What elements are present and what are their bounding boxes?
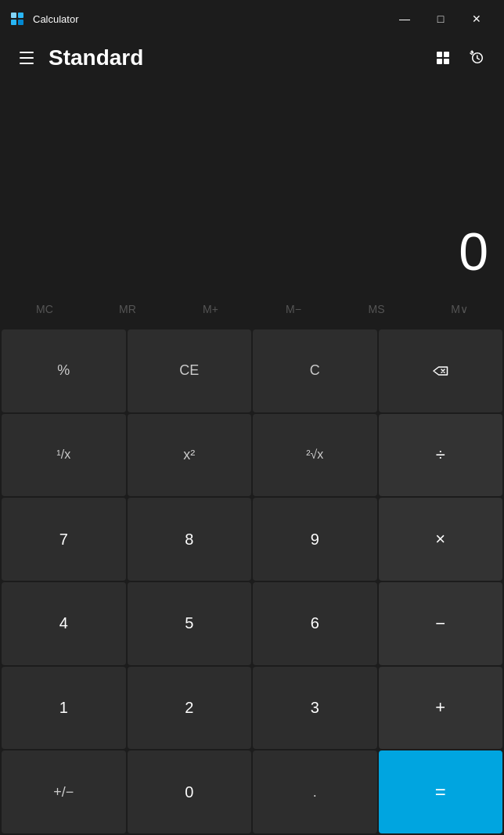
six-button[interactable]: 6 xyxy=(253,582,377,665)
reciprocal-button[interactable]: ¹/x xyxy=(2,414,126,497)
header-icons xyxy=(429,44,491,72)
memory-view-button[interactable]: M∨ xyxy=(418,290,501,328)
reciprocal-label: ¹/x xyxy=(56,448,70,462)
clear-entry-button[interactable]: CE xyxy=(128,329,252,412)
minimize-button[interactable]: — xyxy=(387,6,423,31)
svg-rect-3 xyxy=(444,59,449,64)
seven-button[interactable]: 7 xyxy=(2,498,126,581)
one-button[interactable]: 1 xyxy=(2,667,126,750)
decimal-button[interactable]: . xyxy=(253,750,377,833)
equals-button[interactable]: = xyxy=(379,750,503,833)
square-label: x² xyxy=(183,447,195,463)
maximize-button[interactable]: □ xyxy=(423,6,459,31)
display-area: 0 xyxy=(0,75,504,290)
zero-button[interactable]: 0 xyxy=(128,750,252,833)
window-controls: — □ ✕ xyxy=(387,6,495,31)
three-button[interactable]: 3 xyxy=(253,667,377,750)
clear-button[interactable]: C xyxy=(253,329,377,412)
app-title: Calculator xyxy=(33,13,387,25)
memory-store-button[interactable]: MS xyxy=(335,290,418,328)
title-bar: Calculator — □ ✕ xyxy=(0,0,504,38)
buttons-grid: % CE C ¹/x x² ²√x ÷ 7 8 9 × 4 5 6 − 1 2 … xyxy=(0,328,504,835)
sqrt-button[interactable]: ²√x xyxy=(253,414,377,497)
svg-rect-1 xyxy=(444,52,449,57)
memory-row: MC MR M+ M− MS M∨ xyxy=(0,290,504,328)
memory-subtract-button[interactable]: M− xyxy=(252,290,335,328)
app-icon xyxy=(9,11,25,27)
divide-button[interactable]: ÷ xyxy=(379,414,503,497)
hamburger-line-3 xyxy=(20,63,34,64)
memory-clear-button[interactable]: MC xyxy=(3,290,86,328)
compact-overlay-button[interactable] xyxy=(429,44,457,72)
close-button[interactable]: ✕ xyxy=(459,6,495,31)
display-value: 0 xyxy=(459,225,488,278)
multiply-button[interactable]: × xyxy=(379,498,503,581)
hamburger-line-1 xyxy=(20,52,34,53)
svg-rect-0 xyxy=(437,52,442,57)
four-button[interactable]: 4 xyxy=(2,582,126,665)
two-button[interactable]: 2 xyxy=(128,667,252,750)
header: Standard xyxy=(0,38,504,75)
percent-button[interactable]: % xyxy=(2,329,126,412)
square-button[interactable]: x² xyxy=(128,414,252,497)
backspace-icon xyxy=(431,362,450,380)
history-button[interactable] xyxy=(463,44,491,72)
memory-recall-button[interactable]: MR xyxy=(86,290,169,328)
sqrt-label: ²√x xyxy=(306,448,323,462)
plus-minus-button[interactable]: +/− xyxy=(2,750,126,833)
nine-button[interactable]: 9 xyxy=(253,498,377,581)
page-title: Standard xyxy=(49,45,429,70)
svg-rect-2 xyxy=(437,59,442,64)
backspace-button[interactable] xyxy=(379,329,503,412)
menu-button[interactable] xyxy=(13,44,41,72)
eight-button[interactable]: 8 xyxy=(128,498,252,581)
add-button[interactable]: + xyxy=(379,667,503,750)
subtract-button[interactable]: − xyxy=(379,582,503,665)
hamburger-line-2 xyxy=(20,57,34,59)
memory-add-button[interactable]: M+ xyxy=(169,290,252,328)
five-button[interactable]: 5 xyxy=(128,582,252,665)
